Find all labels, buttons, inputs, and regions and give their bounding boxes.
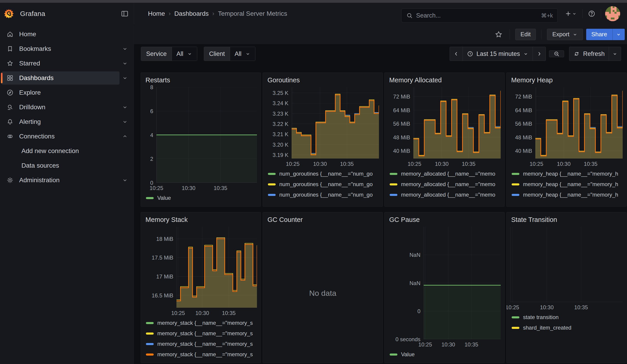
- sidebar-item-explore[interactable]: Explore: [1, 86, 130, 99]
- sidebar-item-drilldown[interactable]: Drilldown: [1, 101, 119, 114]
- refresh-interval-button[interactable]: [609, 47, 621, 61]
- sidebar-expand-drilldown[interactable]: [119, 102, 130, 113]
- service-variable-value[interactable]: All: [172, 47, 197, 61]
- compass-icon: [6, 89, 14, 96]
- time-shift-forward-button[interactable]: [533, 47, 546, 61]
- chart-plot-area[interactable]: [535, 87, 623, 158]
- refresh-button[interactable]: Refresh: [569, 47, 609, 61]
- panel-title[interactable]: GC Pause: [385, 212, 504, 225]
- legend-item[interactable]: memory_stack {__name__="memory_s: [145, 349, 257, 360]
- chart-canvas[interactable]: [157, 87, 257, 183]
- chart-plot-area[interactable]: [413, 87, 501, 158]
- time-range-picker[interactable]: Last 15 minutes: [463, 47, 533, 61]
- legend-item[interactable]: memory_heap {__name__="memory_h: [510, 168, 623, 179]
- sidebar-row-starred: Starred: [0, 56, 134, 71]
- y-tick-label: 3.22 K: [273, 121, 288, 127]
- chart-canvas[interactable]: [424, 227, 501, 339]
- sidebar-expand-connections[interactable]: [119, 131, 130, 142]
- favorite-star-button[interactable]: [493, 29, 504, 40]
- panel-title[interactable]: State Transition: [507, 212, 626, 225]
- sidebar-expand-alerting[interactable]: [119, 116, 130, 127]
- sidebar-item-starred[interactable]: Starred: [1, 57, 119, 70]
- legend-item[interactable]: memory_heap {__name__="memory_h: [510, 190, 623, 200]
- sidebar-collapse-button[interactable]: [120, 9, 129, 18]
- legend-item[interactable]: num_goroutines {__name__="num_go: [266, 168, 379, 179]
- sidebar-item-dashboards[interactable]: Dashboards: [1, 71, 119, 85]
- panel-title[interactable]: Memory Stack: [141, 212, 261, 225]
- home-icon: [6, 31, 14, 38]
- search-input[interactable]: [416, 12, 538, 19]
- share-menu-button[interactable]: [612, 29, 625, 40]
- sidebar-item-connections[interactable]: Connections: [1, 130, 119, 143]
- legend-item[interactable]: memory_heap {__name__="memory_h: [510, 200, 623, 203]
- sidebar-expand-dashboards[interactable]: [119, 73, 130, 84]
- panel-title[interactable]: Memory Heap: [507, 73, 626, 86]
- sidebar-row-explore: Explore: [0, 85, 134, 100]
- sidebar-expand-starred[interactable]: [119, 58, 130, 69]
- new-button[interactable]: [563, 9, 578, 19]
- chart-plot-area[interactable]: [510, 227, 623, 302]
- time-zoom-out-button[interactable]: [549, 51, 564, 57]
- help-icon: [588, 10, 595, 17]
- breadcrumb-home[interactable]: Home: [148, 10, 165, 17]
- help-button[interactable]: [587, 9, 597, 19]
- legend-item[interactable]: memory_allocated {__name__="memo: [388, 200, 501, 203]
- legend-item[interactable]: Value: [145, 193, 257, 203]
- chart-plot-area[interactable]: [157, 87, 257, 183]
- sidebar-item-administration[interactable]: Administration: [1, 174, 119, 187]
- legend-item[interactable]: num_goroutines {__name__="num_go: [266, 190, 379, 200]
- connections-icon: [6, 133, 14, 140]
- sidebar-item-add-new-connection[interactable]: Add new connection: [1, 144, 130, 157]
- user-avatar[interactable]: [605, 6, 620, 21]
- legend-item[interactable]: memory_allocated {__name__="memo: [388, 168, 501, 179]
- y-tick-label: 6: [150, 108, 153, 114]
- share-button[interactable]: Share: [586, 29, 612, 40]
- sidebar-item-home[interactable]: Home: [1, 28, 130, 41]
- chart-canvas[interactable]: [413, 87, 501, 158]
- legend-item[interactable]: memory_stack {__name__="memory_s: [145, 318, 257, 328]
- sidebar-expand-bookmarks[interactable]: [119, 43, 130, 54]
- legend-label: memory_allocated {__name__="memo: [401, 192, 495, 198]
- panel-title[interactable]: GC Counter: [263, 212, 383, 225]
- export-button[interactable]: Export: [547, 29, 583, 40]
- chart-canvas[interactable]: [292, 87, 379, 158]
- chart-canvas[interactable]: [176, 227, 257, 308]
- search-box[interactable]: ⌘+k: [401, 8, 558, 23]
- y-axis: 18 MiB17.5 MiB17 MiB16.5 MiB: [145, 227, 176, 308]
- legend-item[interactable]: num_goroutines {__name__="num_go: [266, 200, 379, 203]
- sidebar-item-bookmarks[interactable]: Bookmarks: [1, 42, 119, 55]
- legend-item[interactable]: memory_heap {__name__="memory_h: [510, 179, 623, 190]
- chart-canvas[interactable]: [535, 87, 623, 158]
- legend-item[interactable]: shard_item_created: [510, 322, 623, 333]
- zoom-out-icon: [553, 51, 560, 57]
- chart-legend: memory_stack {__name__="memory_smemory_s…: [145, 318, 257, 360]
- home-icon: [6, 31, 14, 38]
- panel-title[interactable]: Restarts: [141, 73, 261, 86]
- client-variable-value[interactable]: All: [230, 47, 255, 61]
- sidebar-item-alerting[interactable]: Alerting: [1, 115, 119, 128]
- edit-button[interactable]: Edit: [515, 29, 536, 40]
- panel-title[interactable]: Memory Allocated: [385, 73, 504, 86]
- breadcrumb-dashboards[interactable]: Dashboards: [174, 10, 209, 17]
- chart-plot-area[interactable]: [292, 87, 379, 158]
- time-shift-back-button[interactable]: [450, 47, 463, 61]
- legend-item[interactable]: memory_allocated {__name__="memo: [388, 179, 501, 190]
- y-tick-label: 17 MiB: [156, 273, 173, 280]
- chevron-down-icon: [122, 60, 128, 66]
- legend-item[interactable]: memory_stack {__name__="memory_s: [145, 339, 257, 349]
- chart-plot-area[interactable]: [424, 227, 501, 339]
- legend-label: memory_allocated {__name__="memo: [401, 202, 495, 203]
- chart-plot-area[interactable]: [176, 227, 257, 308]
- star-icon: [495, 31, 503, 38]
- chart-plot-row: 72 MiB64 MiB56 MiB48 MiB40 MiB: [510, 87, 623, 158]
- sidebar-item-data-sources[interactable]: Data sources: [1, 159, 130, 172]
- legend-item[interactable]: Value: [388, 349, 501, 360]
- star-icon: [6, 60, 14, 67]
- chart-canvas[interactable]: [510, 227, 623, 302]
- legend-item[interactable]: state transition: [510, 312, 623, 322]
- legend-item[interactable]: num_goroutines {__name__="num_go: [266, 179, 379, 190]
- sidebar-expand-administration[interactable]: [119, 175, 130, 186]
- legend-item[interactable]: memory_stack {__name__="memory_s: [145, 328, 257, 339]
- legend-item[interactable]: memory_allocated {__name__="memo: [388, 190, 501, 200]
- panel-title[interactable]: Goroutines: [263, 73, 383, 86]
